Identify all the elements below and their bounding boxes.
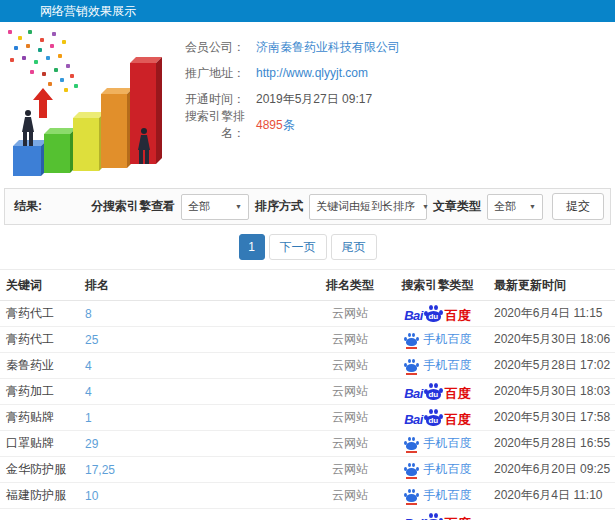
baidu-logo-icon: Bai du 百度 <box>404 305 471 322</box>
rank-link[interactable]: 4 <box>85 385 305 399</box>
header-rank: 排名 <box>85 277 305 294</box>
table-row: Bai du 百度 <box>0 509 615 520</box>
mobile-baidu-paw-icon <box>404 332 419 347</box>
illustration-bar-blue <box>13 146 41 176</box>
engine-rank-label: 搜索引擎排名： <box>172 108 245 142</box>
illustration-bar-yellow <box>73 118 99 171</box>
mobile-baidu-label: 手机百度 <box>424 461 472 478</box>
mobile-baidu-label: 手机百度 <box>424 357 472 374</box>
mobile-baidu-badge: 手机百度 <box>404 331 472 348</box>
rank-type-cell: 云网站 <box>305 357 395 374</box>
baidu-paw-icon: du <box>424 305 444 322</box>
keyword-cell: 秦鲁药业 <box>0 357 85 374</box>
search-engine-cell: 手机百度 <box>395 461 480 478</box>
header-update-time: 最新更新时间 <box>480 277 615 294</box>
rank-type-cell: 云网站 <box>305 331 395 348</box>
header-keyword: 关键词 <box>0 277 85 294</box>
promotion-url-row: 推广地址： http://www.qlyyjt.com <box>172 60 615 86</box>
table-row: 膏药代工 25 云网站 手机百度 2020年5月30日 18:06 <box>0 327 615 353</box>
baidu-paw-icon: du <box>424 513 444 520</box>
table-row: 膏药贴牌 1 云网站 Bai du 百度 2020年5月30日 17:58 <box>0 405 615 431</box>
mobile-baidu-badge: 手机百度 <box>404 461 472 478</box>
engine-rank-unit: 条 <box>283 118 295 132</box>
table-row: 福建防护服 10 云网站 手机百度 2020年6月4日 11:10 <box>0 483 615 509</box>
member-company-label: 会员公司： <box>172 39 245 56</box>
search-engine-cell: Bai du 百度 <box>395 305 480 322</box>
header-engine-type: 搜索引擎类型 <box>395 277 480 294</box>
baidu-logo-icon: Bai du 百度 <box>404 383 471 400</box>
keyword-cell: 膏药代工 <box>0 305 85 322</box>
mobile-baidu-label: 手机百度 <box>424 487 472 504</box>
search-engine-cell: 手机百度 <box>395 331 480 348</box>
table-header-row: 关键词 排名 排名类型 搜索引擎类型 最新更新时间 <box>0 270 615 301</box>
engine-rank-row: 搜索引擎排名： 4895条 <box>172 112 615 138</box>
rank-link[interactable]: 4 <box>85 359 305 373</box>
page-1-button[interactable]: 1 <box>239 234 265 260</box>
article-type-select[interactable]: 全部 ▼ <box>487 194 543 220</box>
rank-link[interactable]: 25 <box>85 333 305 347</box>
mobile-baidu-paw-icon <box>404 358 419 373</box>
mobile-baidu-paw-icon <box>404 462 419 477</box>
table-row: 膏药加工 4 云网站 Bai du 百度 2020年5月30日 18:03 <box>0 379 615 405</box>
mobile-baidu-paw-icon <box>404 436 419 451</box>
member-company-link[interactable]: 济南秦鲁药业科技有限公司 <box>256 39 400 56</box>
rank-link[interactable]: 1 <box>85 411 305 425</box>
sort-filter-select[interactable]: 关键词由短到长排序 ▼ <box>309 194 427 220</box>
bar-chart-illustration <box>0 26 170 186</box>
update-time-cell: 2020年6月4日 11:15 <box>480 305 615 322</box>
update-time-cell: 2020年5月30日 18:03 <box>480 383 615 400</box>
mobile-baidu-label: 手机百度 <box>424 435 472 452</box>
article-type-value: 全部 <box>494 199 516 214</box>
update-time-cell: 2020年6月20日 09:25 <box>480 461 615 478</box>
header-rank-type: 排名类型 <box>305 277 395 294</box>
update-time-cell: 2020年5月30日 17:58 <box>480 409 615 426</box>
engine-rank-number: 4895 <box>256 118 283 132</box>
submit-button[interactable]: 提交 <box>552 193 604 220</box>
pagination: 1 下一页 尾页 <box>0 225 615 269</box>
businessman-left-icon <box>20 110 36 146</box>
table-row: 口罩贴牌 29 云网站 手机百度 2020年5月28日 16:55 <box>0 431 615 457</box>
rank-type-cell: 云网站 <box>305 461 395 478</box>
update-time-cell: 2020年5月30日 18:06 <box>480 331 615 348</box>
rank-type-cell: 云网站 <box>305 409 395 426</box>
rank-type-cell: 云网站 <box>305 305 395 322</box>
update-time-cell: 2020年5月28日 17:02 <box>480 357 615 374</box>
page: 网络营销效果展示 会员公司： 济南秦鲁药业科技有限公司 推广地址： http:/… <box>0 0 615 520</box>
result-label: 结果: <box>14 198 42 215</box>
filter-controls: 分搜索引擎查看 全部 ▼ 排序方式 关键词由短到长排序 ▼ 文章类型 全部 ▼ … <box>85 193 604 220</box>
engine-filter-value: 全部 <box>188 199 210 214</box>
engine-filter-select[interactable]: 全部 ▼ <box>181 194 249 220</box>
mobile-baidu-badge: 手机百度 <box>404 435 472 452</box>
last-page-button[interactable]: 尾页 <box>331 234 377 260</box>
rank-link[interactable]: 29 <box>85 437 305 451</box>
baidu-paw-icon: du <box>424 409 444 426</box>
rank-type-cell: 云网站 <box>305 435 395 452</box>
keyword-cell: 膏药代工 <box>0 331 85 348</box>
table-body: 膏药代工 8 云网站 Bai du 百度 2020年6月4日 11:15 膏药代… <box>0 301 615 520</box>
article-type-label: 文章类型 <box>433 198 481 215</box>
rank-type-cell: 云网站 <box>305 383 395 400</box>
search-engine-cell: Bai du 百度 <box>395 383 480 400</box>
rank-link[interactable]: 8 <box>85 307 305 321</box>
keyword-cell: 金华防护服 <box>0 461 85 478</box>
rank-link[interactable]: 17,25 <box>85 463 305 477</box>
mobile-baidu-badge: 手机百度 <box>404 357 472 374</box>
open-time-label: 开通时间： <box>172 91 245 108</box>
table-row: 秦鲁药业 4 云网站 手机百度 2020年5月28日 17:02 <box>0 353 615 379</box>
rank-link[interactable]: 10 <box>85 489 305 503</box>
chevron-down-icon: ▼ <box>422 203 429 210</box>
promotion-url-label: 推广地址： <box>172 65 245 82</box>
promotion-url-link[interactable]: http://www.qlyyjt.com <box>256 66 368 80</box>
search-engine-cell: Bai du 百度 <box>395 409 480 426</box>
search-engine-cell: Bai du 百度 <box>395 513 480 520</box>
confetti-decoration <box>0 26 4 30</box>
growth-arrow-icon <box>33 88 53 118</box>
member-company-row: 会员公司： 济南秦鲁药业科技有限公司 <box>172 34 615 60</box>
next-page-button[interactable]: 下一页 <box>269 234 327 260</box>
mobile-baidu-label: 手机百度 <box>424 331 472 348</box>
baidu-logo-icon: Bai du 百度 <box>404 409 471 426</box>
search-engine-cell: 手机百度 <box>395 357 480 374</box>
open-time-value: 2019年5月27日 09:17 <box>256 91 372 108</box>
engine-rank-value: 4895条 <box>256 117 295 134</box>
mobile-baidu-paw-icon <box>404 488 419 503</box>
